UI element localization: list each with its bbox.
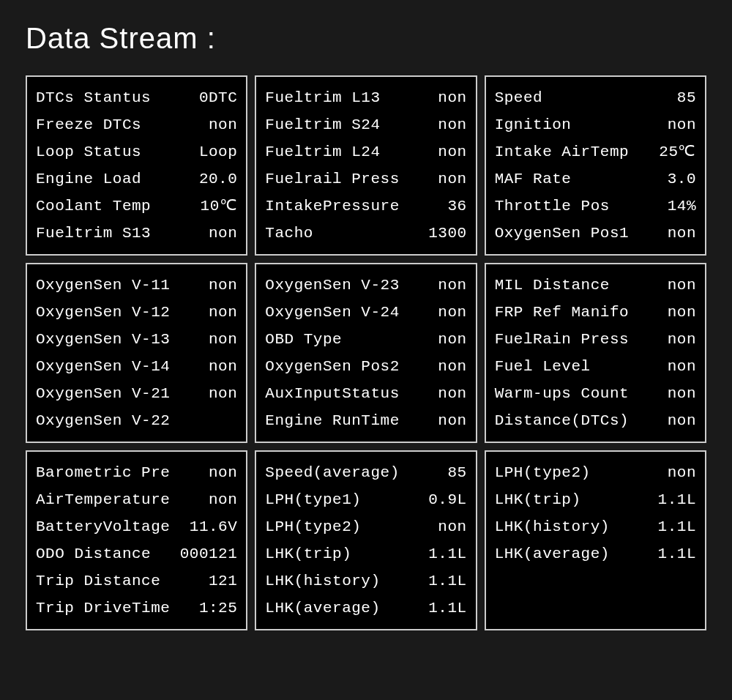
data-value: non [668, 353, 696, 380]
data-value: non [668, 299, 696, 326]
data-value: 1300 [428, 220, 466, 247]
data-value: non [668, 459, 696, 486]
data-row: IntakePressure36 [265, 193, 466, 220]
data-label: LPH(type2) [495, 459, 591, 486]
data-row: OxygenSen V-23non [265, 272, 466, 299]
data-label: OxygenSen V-23 [265, 272, 399, 299]
data-row: OxygenSen V-12non [36, 299, 237, 326]
data-row: BatteryVoltage11.6V [36, 513, 237, 540]
data-row: Distance(DTCs)non [495, 407, 696, 434]
data-value: non [209, 459, 237, 486]
data-value: non [668, 380, 696, 407]
data-row: Fuelrail Pressnon [265, 165, 466, 193]
data-panel: OxygenSen V-11non OxygenSen V-12non Oxyg… [26, 263, 247, 443]
data-value: 10℃ [201, 193, 238, 220]
data-row: AuxInputStatusnon [265, 380, 466, 407]
data-row: Speed85 [495, 84, 696, 111]
data-row: Barometric Prenon [36, 459, 237, 486]
data-row: Tacho1300 [265, 220, 466, 247]
data-label: DTCs Stantus [36, 84, 151, 111]
data-value: non [438, 407, 466, 434]
data-value: 1:25 [199, 595, 237, 622]
data-row: LHK(average)1.1L [265, 595, 466, 622]
data-value: 1.1L [428, 567, 466, 595]
data-row: Warm-ups Countnon [495, 380, 696, 407]
data-row: LHK(history)1.1L [495, 513, 696, 540]
data-label: IntakePressure [265, 193, 399, 220]
data-label: Fueltrim S24 [265, 111, 380, 138]
data-value: non [438, 353, 466, 380]
data-row: MAF Rate3.0 [495, 165, 696, 193]
data-value: 1.1L [658, 486, 696, 513]
data-row: Engine Load20.0 [36, 165, 237, 193]
data-label: LHK(average) [495, 540, 610, 567]
data-value: non [668, 220, 696, 247]
data-label: Engine Load [36, 165, 141, 193]
data-value: 000121 [180, 540, 238, 567]
data-value: 0DTC [199, 84, 237, 111]
data-grid: DTCs Stantus0DTC Freeze DTCsnon Loop Sta… [26, 75, 706, 630]
data-value: 1.1L [428, 540, 466, 567]
data-label: AuxInputStatus [265, 380, 399, 407]
data-row: OxygenSen V-24non [265, 299, 466, 326]
data-label: Fueltrim L13 [265, 84, 380, 111]
data-row: Fueltrim S13non [36, 220, 237, 247]
data-value: non [209, 326, 237, 353]
data-label: Fuel Level [495, 353, 591, 380]
data-label: FuelRain Press [495, 326, 629, 353]
data-label: Speed [495, 84, 543, 111]
data-row: DTCs Stantus0DTC [36, 84, 237, 111]
data-row: OxygenSen V-11non [36, 272, 237, 299]
data-label: LHK(average) [265, 595, 380, 622]
data-value: non [438, 326, 466, 353]
data-value: non [438, 165, 466, 193]
data-label: Engine RunTime [265, 407, 399, 434]
data-row: Fueltrim L24non [265, 138, 466, 165]
data-value: 0.9L [428, 486, 466, 513]
data-row: FRP Ref Manifonon [495, 299, 696, 326]
data-label: BatteryVoltage [36, 513, 170, 540]
data-value: non [438, 272, 466, 299]
data-panel: Speed85 Ignitionnon Intake AirTemp25℃ MA… [485, 75, 706, 256]
data-row: OxygenSen Pos1non [495, 220, 696, 247]
data-row: OxygenSen V-14non [36, 353, 237, 380]
data-row: LHK(average)1.1L [495, 540, 696, 567]
data-row: Trip Distance121 [36, 567, 237, 595]
data-label: Fueltrim L24 [265, 138, 380, 165]
data-label: FRP Ref Manifo [495, 299, 629, 326]
data-label: Speed(average) [265, 459, 399, 486]
data-row: OxygenSen V-22 [36, 407, 237, 434]
data-value: non [209, 111, 237, 138]
data-label: OxygenSen V-21 [36, 380, 170, 407]
data-row: Intake AirTemp25℃ [495, 138, 696, 165]
data-label: Ignition [495, 111, 572, 138]
data-label: LHK(history) [265, 567, 380, 595]
data-label: Warm-ups Count [495, 380, 629, 407]
data-label: Trip Distance [36, 567, 160, 595]
data-label: LPH(type1) [265, 486, 361, 513]
data-label: Fuelrail Press [265, 165, 399, 193]
data-panel: DTCs Stantus0DTC Freeze DTCsnon Loop Sta… [26, 75, 247, 256]
data-row: OxygenSen Pos2non [265, 353, 466, 380]
data-value: 121 [209, 567, 237, 595]
data-label: LHK(trip) [265, 540, 351, 567]
data-row: Engine RunTimenon [265, 407, 466, 434]
data-value: 85 [677, 84, 696, 111]
data-label: MIL Distance [495, 272, 610, 299]
data-row: LPH(type2)non [495, 459, 696, 486]
data-label: Intake AirTemp [495, 138, 629, 165]
data-row: FuelRain Pressnon [495, 326, 696, 353]
data-label: LPH(type2) [265, 513, 361, 540]
data-value: 1.1L [658, 513, 696, 540]
data-value: non [209, 486, 237, 513]
data-row: Throttle Pos14% [495, 193, 696, 220]
data-value: non [438, 380, 466, 407]
data-value: 36 [447, 193, 466, 220]
page-title: Data Stream : [26, 22, 706, 55]
data-label: OxygenSen Pos1 [495, 220, 629, 247]
data-label: Freeze DTCs [36, 111, 141, 138]
data-row: OBD Typenon [265, 326, 466, 353]
data-value: non [209, 272, 237, 299]
data-panel: OxygenSen V-23non OxygenSen V-24non OBD … [255, 263, 477, 443]
data-value: 25℃ [659, 138, 696, 165]
